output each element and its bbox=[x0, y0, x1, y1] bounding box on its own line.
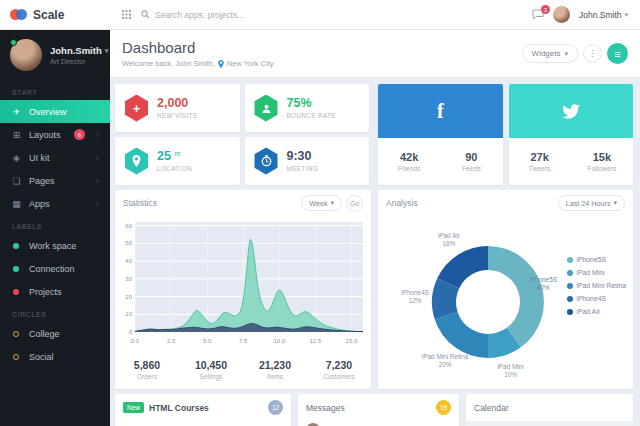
plus-icon: + bbox=[124, 95, 149, 122]
messages-card[interactable]: Messages 19 bbox=[298, 394, 459, 426]
legend-dot-icon bbox=[567, 257, 573, 263]
label-dot-icon bbox=[13, 289, 19, 295]
svg-text:20: 20 bbox=[125, 294, 132, 300]
svg-text:iPad Mini Retina20%: iPad Mini Retina20% bbox=[422, 353, 469, 368]
more-options-button[interactable]: ⋮ bbox=[583, 44, 602, 63]
area-chart: 01020304050600.02.55.07.510.012.515.0 bbox=[115, 216, 371, 348]
tile-label: LOCATION bbox=[157, 165, 192, 172]
brand[interactable]: Scale bbox=[0, 8, 110, 22]
go-button[interactable]: Go bbox=[346, 195, 363, 212]
caret-down-icon: ▾ bbox=[564, 50, 568, 58]
widgets-button[interactable]: Widgets ▾ bbox=[522, 44, 578, 63]
user-menu[interactable]: John.Smith ▾ bbox=[579, 10, 628, 20]
sidebar-item-college[interactable]: College bbox=[0, 322, 110, 345]
statistics-title: Statistics bbox=[123, 198, 157, 208]
online-status-dot bbox=[10, 39, 17, 46]
nav-label: Social bbox=[29, 352, 54, 362]
tile-meeting[interactable]: 9:30 MEETING bbox=[245, 137, 370, 185]
tile-bounce-rate[interactable]: 75% BOUNCE RATE bbox=[245, 84, 370, 132]
uikit-icon: ◈ bbox=[11, 153, 22, 163]
svg-text:15.0: 15.0 bbox=[346, 338, 358, 344]
sidebar-item-ui-kit[interactable]: ◈ UI kit › bbox=[0, 146, 110, 169]
search-input[interactable] bbox=[155, 10, 295, 20]
sidebar-user-name: John.Smith bbox=[50, 45, 102, 56]
summary-sellings: 10,450 Sellings bbox=[179, 359, 243, 380]
tile-new-visits[interactable]: + 2,000 NEW VISITS bbox=[115, 84, 240, 132]
sidebar-user-card[interactable]: John.Smith ▾ Art Director bbox=[0, 30, 110, 81]
courses-title: HTML Courses bbox=[149, 403, 209, 413]
nav-label: Pages bbox=[29, 176, 55, 186]
twitter-icon bbox=[560, 102, 582, 121]
circle-ring-icon bbox=[13, 354, 19, 360]
tile-value: 2,000 bbox=[157, 97, 197, 110]
app-window: Scale 3 John.Smith ▾ bbox=[0, 0, 640, 426]
summary-items: 21,230 Items bbox=[243, 359, 307, 380]
tile-location[interactable]: 25 m LOCATION bbox=[115, 137, 240, 185]
html-courses-card[interactable]: New HTML Courses 12 bbox=[115, 394, 291, 426]
sidebar: John.Smith ▾ Art Director Start ✈ Overvi… bbox=[0, 30, 110, 426]
sidebar-item-layouts[interactable]: ⊞ Layouts 6 › bbox=[0, 123, 110, 146]
svg-text:0.0: 0.0 bbox=[131, 338, 140, 344]
courses-count-badge: 12 bbox=[268, 400, 283, 415]
facebook-header: f bbox=[378, 84, 503, 138]
widgets-label: Widgets bbox=[532, 49, 561, 58]
messages-icon[interactable]: 3 bbox=[532, 9, 544, 20]
sidebar-section-start: Start bbox=[0, 81, 110, 100]
twitter-header bbox=[509, 84, 634, 138]
menu-fab-button[interactable]: ≡ bbox=[607, 43, 628, 64]
sidebar-item-work-space[interactable]: Work space bbox=[0, 234, 110, 257]
facebook-feeds: 90 Feeds bbox=[440, 138, 502, 185]
analysis-panel: Analysis Last 24 Hours ▾ iPhone5S40%iPad… bbox=[378, 190, 633, 389]
svg-text:12.5: 12.5 bbox=[310, 338, 322, 344]
user-name: John.Smith bbox=[579, 10, 622, 20]
label-dot-icon bbox=[13, 243, 19, 249]
twitter-card[interactable]: 27k Tweets 15k Followers bbox=[509, 84, 634, 185]
location-text: New York City bbox=[227, 59, 274, 68]
svg-text:0: 0 bbox=[129, 329, 133, 335]
calendar-nav: ← September 2014 → bbox=[466, 421, 633, 426]
facebook-card[interactable]: f 42k Friends 90 Feeds bbox=[378, 84, 503, 185]
welcome-text: Welcome back, John Smith, bbox=[122, 59, 215, 68]
clock-icon bbox=[254, 148, 279, 175]
topbar: Scale 3 John.Smith ▾ bbox=[0, 0, 640, 30]
donut-legend: iPhone5S iPad Mini iPad Mini Retina iPho… bbox=[567, 256, 627, 321]
location-pin-icon bbox=[218, 60, 224, 68]
search-icon bbox=[141, 10, 150, 19]
sidebar-item-apps[interactable]: ▦ Apps › bbox=[0, 192, 110, 215]
sidebar-item-social[interactable]: Social bbox=[0, 345, 110, 368]
legend-item: iPhone4S bbox=[567, 295, 627, 302]
legend-item: iPad Mini bbox=[567, 269, 627, 276]
tile-label: BOUNCE RATE bbox=[287, 112, 336, 119]
sidebar-item-projects[interactable]: Projects bbox=[0, 280, 110, 303]
tile-label: MEETING bbox=[287, 165, 319, 172]
sidebar-item-pages[interactable]: ❏ Pages › bbox=[0, 169, 110, 192]
chevron-right-icon: › bbox=[96, 130, 99, 140]
brand-name: Scale bbox=[33, 8, 64, 22]
nav-label: Apps bbox=[29, 199, 50, 209]
svg-text:5.0: 5.0 bbox=[203, 338, 212, 344]
sidebar-item-connection[interactable]: Connection bbox=[0, 257, 110, 280]
plane-icon: ✈ bbox=[11, 107, 22, 117]
topbar-right: 3 John.Smith ▾ bbox=[532, 6, 640, 23]
tile-value: 9:30 bbox=[287, 150, 319, 163]
messages-badge: 3 bbox=[541, 5, 550, 14]
apps-grid-icon[interactable] bbox=[122, 10, 131, 19]
legend-dot-icon bbox=[567, 309, 573, 315]
legend-dot-icon bbox=[567, 270, 573, 276]
legend-item: iPad Mini Retina bbox=[567, 282, 627, 289]
sidebar-user-role: Art Director bbox=[50, 58, 108, 65]
messages-count-badge: 19 bbox=[436, 400, 451, 415]
calendar-card[interactable]: Calendar ← September 2014 → bbox=[466, 394, 633, 426]
analysis-title: Analysis bbox=[386, 198, 418, 208]
nav-label: UI kit bbox=[29, 153, 50, 163]
svg-text:2.5: 2.5 bbox=[167, 338, 176, 344]
tile-value: 25 m bbox=[157, 150, 192, 163]
apps-icon: ▦ bbox=[11, 199, 22, 209]
sidebar-item-overview[interactable]: ✈ Overview bbox=[0, 100, 110, 123]
period-select[interactable]: Week ▾ bbox=[301, 195, 342, 211]
svg-text:10: 10 bbox=[125, 311, 132, 317]
tile-unit: m bbox=[174, 150, 180, 157]
facebook-icon: f bbox=[437, 100, 444, 123]
analysis-period-select[interactable]: Last 24 Hours ▾ bbox=[558, 195, 625, 211]
user-avatar[interactable] bbox=[553, 6, 570, 23]
